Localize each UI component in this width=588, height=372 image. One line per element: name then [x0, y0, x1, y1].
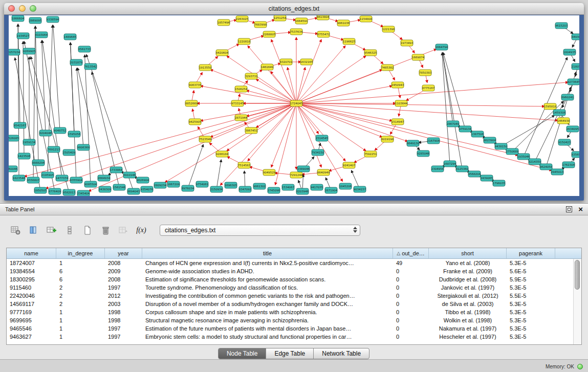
close-window-button[interactable] [8, 5, 15, 12]
tab-network-table[interactable]: Network Table [313, 348, 369, 359]
graph-node[interactable]: 2671904 [325, 187, 338, 193]
graph-node[interactable]: 8214359 [529, 159, 541, 165]
column-header-year[interactable]: year [105, 248, 142, 258]
graph-node[interactable]: 1973493 [401, 40, 413, 46]
graph-node[interactable]: 9542167 [14, 122, 27, 128]
import-table-button[interactable] [117, 224, 130, 237]
graph-node[interactable]: 9615203 [555, 23, 568, 29]
graph-node[interactable]: 2268805 [263, 31, 276, 37]
graph-node[interactable]: 2634095 [567, 126, 579, 132]
graph-node[interactable]: 8613804 [317, 15, 330, 20]
select-columns-button[interactable] [27, 224, 40, 237]
graph-node[interactable]: 8347092 [239, 186, 252, 192]
graph-node[interactable]: 9417035 [311, 184, 323, 190]
graph-node[interactable]: 2031879 [70, 59, 83, 65]
graph-node[interactable]: 7592251 [364, 151, 377, 157]
graph-node[interactable]: 8320701 [280, 59, 293, 65]
network-canvas[interactable]: 1724045110364415149478019198759225192414… [9, 15, 579, 196]
graph-node[interactable]: 7850383 [419, 70, 432, 76]
table-row[interactable]: 1872400712008Changes of HCN gene express… [7, 259, 581, 267]
tab-edge-table[interactable]: Edge Table [266, 348, 314, 359]
graph-node[interactable]: 7691213 [48, 146, 60, 152]
graph-node[interactable]: 9063735 [189, 82, 202, 88]
graph-node[interactable]: 1664591 [295, 18, 308, 24]
column-header-name[interactable]: name [7, 248, 56, 258]
graph-node[interactable]: 2438309 [99, 186, 112, 192]
graph-node[interactable]: 8103064 [35, 32, 48, 38]
graph-node[interactable]: 8776409 [49, 188, 61, 194]
graph-node[interactable]: 1669874 [412, 54, 425, 60]
graph-node[interactable]: 2760046 [9, 166, 18, 172]
graph-node[interactable]: 2745096 [268, 187, 280, 193]
graph-node[interactable]: 1796035 [493, 180, 506, 186]
graph-node[interactable]: 9754061 [196, 181, 209, 187]
graph-node[interactable]: 9582013 [63, 189, 76, 195]
zoom-window-button[interactable] [30, 5, 36, 12]
graph-node[interactable]: 2263025 [236, 16, 249, 22]
graph-node[interactable]: 9568204 [468, 171, 481, 177]
table-row[interactable]: 1456911722003Disruption of a novel membe… [7, 300, 581, 308]
new-row-button[interactable] [63, 224, 76, 237]
table-row[interactable]: 977716911998Corpus callosum shape and si… [7, 308, 581, 316]
graph-node[interactable]: 7523549 [199, 136, 212, 142]
graph-node[interactable]: 1220818 [238, 38, 251, 45]
graph-node[interactable]: 2195905 [41, 172, 54, 178]
graph-node[interactable]: 8355904 [70, 177, 83, 183]
table-vertical-scrollbar[interactable] [573, 259, 581, 344]
graph-node[interactable]: 2180546 [572, 63, 579, 70]
graph-node[interactable]: 9438150 [495, 143, 508, 149]
table-row[interactable]: 946362711997Embryonic stem cells: a mode… [7, 333, 581, 341]
table-mode-button[interactable] [9, 224, 23, 237]
graph-node[interactable]: 1959134 [23, 139, 36, 145]
graph-node[interactable]: 1196625 [343, 38, 356, 45]
graph-node[interactable]: 9733145 [231, 100, 244, 106]
graph-node[interactable]: 1935046 [517, 154, 530, 160]
graph-node[interactable]: 8623904 [484, 137, 496, 143]
network-canvas-area[interactable]: 1724045110364415149478019198759225192414… [9, 15, 579, 196]
function-builder-button[interactable]: f(x) [135, 224, 148, 237]
graph-node[interactable]: 7291244 [290, 172, 303, 178]
graph-node[interactable]: 2809234 [154, 182, 167, 188]
graph-node[interactable]: 1506254 [235, 86, 248, 92]
graph-node[interactable]: 1103644 [395, 100, 408, 106]
graph-node[interactable]: 9556807 [27, 177, 40, 183]
graph-node[interactable]: 9034157 [354, 186, 366, 192]
graph-node[interactable]: 8125360 [456, 166, 469, 172]
graph-node[interactable]: 8019198 [381, 136, 394, 142]
graph-node[interactable]: 1561546 [113, 184, 126, 190]
graph-node[interactable]: 1595818 [544, 103, 557, 110]
graph-node[interactable]: 1514947 [391, 119, 404, 125]
graph-node[interactable]: 8493056 [572, 34, 579, 40]
table-row[interactable]: 911546021997Tourette syndrome. Phenomeno… [7, 283, 581, 292]
graph-node[interactable]: 8640949 [317, 169, 330, 176]
graph-node[interactable]: 8649130 [407, 140, 420, 146]
table-row[interactable]: 969969511998Structural magnetic resonanc… [7, 316, 581, 324]
graph-node[interactable]: 2867049 [447, 121, 460, 127]
table-row[interactable]: 1938455462009Genome-wide association stu… [7, 267, 581, 275]
scrollbar-thumb[interactable] [575, 260, 580, 290]
graph-node[interactable]: 8356902 [572, 151, 579, 158]
graph-node[interactable]: 2750689 [506, 148, 519, 155]
graph-node[interactable]: 9624058 [540, 164, 553, 170]
graph-node[interactable]: 1762304 [562, 162, 575, 168]
graph-node[interactable]: 1950505 [34, 187, 47, 193]
graph-node[interactable]: 7485382 [381, 64, 394, 71]
graph-node[interactable]: 1867209 [167, 181, 180, 187]
graph-node[interactable]: 8852669 [185, 100, 198, 106]
graph-node[interactable]: 1464938 [557, 118, 570, 124]
graph-node[interactable]: 9626904 [137, 177, 149, 183]
table-row[interactable]: 1830029562008Estimation of significance … [7, 275, 581, 283]
graph-node[interactable]: 1823546 [13, 175, 26, 181]
graph-node[interactable]: 1934527 [17, 33, 30, 39]
graph-node[interactable]: 7934150 [312, 149, 324, 156]
column-header-in_degree[interactable]: in_degree [56, 248, 105, 258]
graph-node[interactable]: 7537634 [290, 29, 303, 35]
graph-node[interactable]: 2389046 [297, 166, 310, 172]
graph-node[interactable]: 9861036 [337, 20, 350, 26]
graph-node[interactable]: 9095504 [84, 181, 97, 187]
graph-node[interactable]: 1387506 [471, 131, 484, 137]
graph-node[interactable]: 9354076 [141, 186, 154, 192]
graph-node[interactable]: 8775167 [422, 85, 435, 91]
graph-node[interactable]: 1632165 [300, 59, 313, 65]
graph-node[interactable]: 8561733 [78, 46, 91, 52]
